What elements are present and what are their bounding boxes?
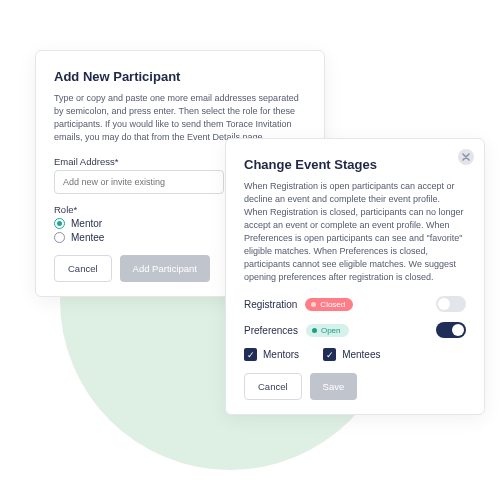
- dot-icon: [312, 328, 317, 333]
- change-event-stages-dialog: Change Event Stages When Registration is…: [225, 138, 485, 415]
- dot-icon: [311, 302, 316, 307]
- mentees-checkbox[interactable]: ✓ Mentees: [323, 348, 380, 361]
- radio-label: Mentee: [71, 232, 104, 243]
- check-icon: ✓: [244, 348, 257, 361]
- email-field[interactable]: [54, 170, 224, 194]
- mentors-checkbox[interactable]: ✓ Mentors: [244, 348, 299, 361]
- dialog-description: When Registration is open participants c…: [244, 180, 466, 284]
- dialog-title: Add New Participant: [54, 69, 306, 84]
- status-text: Open: [321, 326, 341, 335]
- cancel-button[interactable]: Cancel: [244, 373, 302, 400]
- status-badge: Open: [306, 324, 349, 337]
- status-badge: Closed: [305, 298, 353, 311]
- close-icon[interactable]: [458, 149, 474, 165]
- cancel-button[interactable]: Cancel: [54, 255, 112, 282]
- save-button[interactable]: Save: [310, 373, 358, 400]
- preferences-label: Preferences: [244, 325, 298, 336]
- registration-label: Registration: [244, 299, 297, 310]
- preferences-toggle[interactable]: [436, 322, 466, 338]
- check-icon: ✓: [323, 348, 336, 361]
- radio-label: Mentor: [71, 218, 102, 229]
- radio-icon: [54, 218, 65, 229]
- dialog-description: Type or copy and paste one more email ad…: [54, 92, 306, 144]
- checkbox-label: Mentees: [342, 349, 380, 360]
- checkbox-label: Mentors: [263, 349, 299, 360]
- dialog-title: Change Event Stages: [244, 157, 466, 172]
- radio-icon: [54, 232, 65, 243]
- registration-toggle[interactable]: [436, 296, 466, 312]
- add-participant-button[interactable]: Add Participant: [120, 255, 210, 282]
- status-text: Closed: [320, 300, 345, 309]
